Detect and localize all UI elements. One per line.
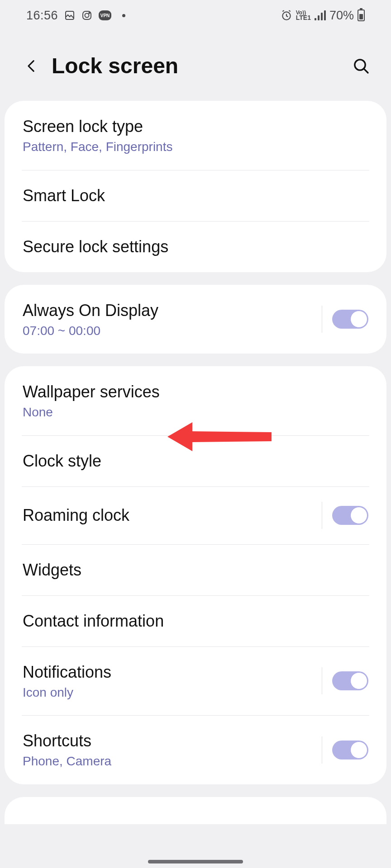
row-screen-lock-type[interactable]: Screen lock type Pattern, Face, Fingerpr… (5, 101, 386, 170)
search-icon (352, 57, 370, 75)
more-notifications-dot-icon (122, 14, 125, 17)
row-title: Notifications (23, 662, 317, 682)
row-always-on-display[interactable]: Always On Display 07:00 ~ 00:00 (5, 285, 386, 354)
volte-indicator-icon: Vo)) LTE1 (296, 10, 311, 20)
row-notifications[interactable]: Notifications Icon only (5, 646, 386, 716)
gallery-icon (64, 10, 75, 21)
row-subtitle: None (23, 405, 368, 420)
row-widgets[interactable]: Widgets (5, 544, 386, 595)
row-smart-lock[interactable]: Smart Lock (5, 170, 386, 221)
row-clock-style[interactable]: Clock style (5, 435, 386, 486)
signal-icon (315, 10, 326, 20)
row-contact-information[interactable]: Contact information (5, 595, 386, 646)
settings-group-next[interactable] (5, 797, 386, 824)
alarm-icon (281, 9, 292, 21)
row-title: Smart Lock (23, 185, 368, 206)
battery-text: 70% (329, 9, 354, 23)
status-bar-left: 16:56 VPN (26, 9, 125, 23)
battery-icon (358, 9, 365, 21)
notifications-toggle[interactable] (332, 671, 368, 690)
settings-group-appearance: Wallpaper services None Clock style Roam… (5, 366, 386, 784)
instagram-icon (81, 10, 92, 21)
row-title: Wallpaper services (23, 382, 368, 402)
settings-group-aod: Always On Display 07:00 ~ 00:00 (5, 285, 386, 354)
row-subtitle: Phone, Camera (23, 754, 317, 769)
page-title: Lock screen (52, 53, 349, 78)
divider (322, 502, 322, 529)
row-secure-lock-settings[interactable]: Secure lock settings (5, 221, 386, 272)
row-title: Shortcuts (23, 731, 317, 751)
divider (322, 667, 322, 694)
row-subtitle: 07:00 ~ 00:00 (23, 323, 317, 339)
row-title: Roaming clock (23, 505, 317, 525)
nav-indicator[interactable] (148, 860, 243, 863)
back-button[interactable] (21, 55, 43, 77)
settings-group-lock: Screen lock type Pattern, Face, Fingerpr… (5, 101, 386, 272)
row-title: Clock style (23, 451, 368, 471)
row-roaming-clock[interactable]: Roaming clock (5, 486, 386, 544)
divider (322, 736, 322, 764)
svg-text:VPN: VPN (100, 13, 110, 18)
status-bar: 16:56 VPN Vo)) LTE1 70% (0, 0, 391, 31)
row-shortcuts[interactable]: Shortcuts Phone, Camera (5, 715, 386, 784)
row-title: Always On Display (23, 300, 317, 321)
status-time: 16:56 (26, 9, 58, 23)
status-bar-right: Vo)) LTE1 70% (281, 9, 365, 23)
row-title: Secure lock settings (23, 236, 368, 257)
divider (322, 306, 322, 333)
svg-point-3 (89, 12, 90, 13)
row-title: Widgets (23, 560, 368, 580)
row-title: Screen lock type (23, 116, 368, 137)
row-wallpaper-services[interactable]: Wallpaper services None (5, 366, 386, 435)
svg-point-2 (85, 14, 89, 18)
vpn-icon: VPN (99, 10, 111, 20)
row-title: Contact information (23, 611, 368, 631)
search-button[interactable] (349, 54, 373, 78)
svg-line-8 (364, 68, 368, 72)
shortcuts-toggle[interactable] (332, 741, 368, 760)
roaming-clock-toggle[interactable] (332, 506, 368, 525)
row-subtitle: Icon only (23, 685, 317, 700)
chevron-left-icon (24, 58, 39, 74)
page-header: Lock screen (0, 31, 391, 101)
aod-toggle[interactable] (332, 310, 368, 329)
row-subtitle: Pattern, Face, Fingerprints (23, 139, 368, 155)
